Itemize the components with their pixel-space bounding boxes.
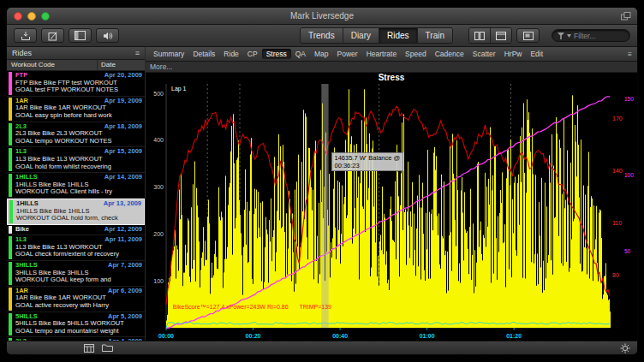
ride-date: Apr 18, 2009 (104, 123, 142, 131)
tiled-view-button[interactable] (469, 28, 491, 43)
sidebar-menu-icon[interactable]: ≡ (135, 49, 140, 57)
svg-text:01:00: 01:00 (420, 333, 435, 339)
tab-speed[interactable]: Speed (401, 49, 431, 59)
ride-list-item[interactable]: 1L3Apr 15, 20091L3 Bike Bike 1L3 WORKOUT… (7, 147, 145, 173)
list-column-headers: Workout Code Date (7, 60, 145, 71)
ride-date: Apr 11, 2009 (104, 236, 142, 244)
svg-text:80: 80 (612, 272, 619, 278)
filter-box[interactable]: Filter... (552, 29, 630, 42)
funnel-icon (558, 33, 564, 39)
svg-text:170: 170 (612, 116, 623, 122)
view-tab-trends[interactable]: Trends (301, 28, 343, 43)
traffic-lights (14, 12, 50, 21)
download-activity-button[interactable] (14, 28, 37, 43)
layout-mode-switcher (468, 27, 512, 44)
column-workout-code[interactable]: Workout Code (7, 60, 97, 70)
view-tab-diary[interactable]: Diary (343, 28, 379, 43)
ride-color-bar (9, 226, 12, 234)
svg-text:01:20: 01:20 (506, 333, 522, 339)
ride-description-line: WORKOUT GOAL hold form, check (16, 215, 141, 223)
ride-list-item[interactable]: 1ARApr 19, 20091AR Bike Bike 1AR WORKOUT… (7, 97, 145, 122)
ride-list-item[interactable]: 1ARApr 6, 20091AR Bike Bike 1AR WORKOUTG… (7, 287, 145, 312)
ride-color-bar (9, 174, 12, 197)
svg-text:100: 100 (624, 172, 634, 178)
sidebar-header[interactable]: Rides ≡ (7, 47, 145, 60)
ride-list-item[interactable]: BikeApr 12, 2009 (7, 225, 145, 236)
ride-description-line: GOAL active recovery with Harry (15, 302, 142, 310)
ride-description-line: GOAL hold form whilst recovering (15, 163, 142, 171)
ride-list-item[interactable]: 1HILLSApr 13, 20091HILLS Bike Bike 1HILL… (7, 199, 145, 225)
close-button[interactable] (14, 12, 22, 21)
app-window: Mark Liversedge TrendsDiaryRidesTrain (7, 8, 637, 354)
tab-stress[interactable]: Stress (262, 49, 291, 59)
ride-color-bar (9, 148, 12, 171)
tab-map[interactable]: Map (310, 49, 333, 59)
svg-text:200: 200 (153, 231, 164, 237)
ride-list-item[interactable]: 1L3Apr 11, 20091L3 Bike Bike 1L3 WORKOUT… (7, 235, 145, 261)
ride-description-line: WORKOUT GOAL keep form and (15, 276, 142, 284)
ride-color-bar (9, 236, 12, 259)
ride-color-bar (9, 72, 12, 95)
tab-heartrate[interactable]: Heartrate (362, 49, 401, 59)
ride-date: Apr 12, 2009 (104, 226, 142, 234)
audio-button[interactable] (96, 28, 119, 43)
window-layout-button[interactable] (516, 28, 540, 43)
titlebar[interactable]: Mark Liversedge (7, 8, 637, 25)
spaces-icon[interactable] (621, 12, 631, 21)
tab-power[interactable]: Power (333, 49, 362, 59)
svg-text:150: 150 (624, 96, 634, 102)
ride-color-bar (9, 313, 12, 336)
calendar-icon[interactable] (84, 343, 94, 353)
ride-list-item[interactable]: 3HILLSApr 7, 20093HILLS Bike Bike 3HILLS… (7, 261, 145, 287)
ride-list-item[interactable]: 5HILLSApr 5, 20095HILLS Bike Bike 5HILLS… (7, 312, 145, 338)
stress-chart-panel[interactable]: Stress 100200300400500801101401705010015… (146, 73, 637, 341)
folder-icon[interactable] (102, 343, 113, 353)
svg-text:Lap 1: Lap 1 (171, 86, 187, 92)
svg-text:140: 140 (612, 168, 623, 174)
tab-cp[interactable]: CP (243, 49, 262, 59)
tab-qa[interactable]: QA (291, 49, 310, 59)
manual-activity-button[interactable] (41, 28, 64, 43)
settings-gear-icon[interactable] (620, 343, 630, 353)
ride-color-bar (9, 200, 13, 223)
sidebar-title: Rides (12, 49, 32, 57)
tab-menu-icon[interactable]: ≡ (628, 50, 634, 58)
tabbed-view-button[interactable] (491, 28, 511, 43)
ride-date: Apr 6, 2009 (108, 288, 142, 295)
tab-hrpw[interactable]: HrPw (500, 49, 527, 59)
ride-date: Apr 14, 2009 (104, 174, 142, 181)
tab-edit[interactable]: Edit (526, 49, 547, 59)
ride-description-line: WORKOUT GOAL Client hills - try (15, 188, 142, 196)
minimize-button[interactable] (27, 12, 36, 21)
tab-details[interactable]: Details (188, 49, 219, 59)
tab-scatter[interactable]: Scatter (468, 49, 500, 59)
ride-color-bar (9, 262, 12, 285)
ride-date: Apr 19, 2009 (104, 98, 142, 105)
filter-placeholder: Filter... (574, 32, 596, 40)
chart-title: Stress (146, 73, 637, 82)
chart-tabbar: SummaryDetailsRideCPStressQAMapPowerHear… (146, 47, 637, 62)
svg-text:110: 110 (612, 220, 622, 226)
stress-chart[interactable]: 100200300400500801101401705010015000:000… (146, 73, 637, 341)
ride-list-item[interactable]: FTPApr 20, 2009FTP Bike Bike FTP test WO… (7, 71, 145, 97)
ride-description-line: GOAL test FTP WORKOUT NOTES (15, 86, 142, 94)
ride-list-item[interactable]: 1HILLSApr 14, 20091HILLS Bike Bike 1HILL… (7, 173, 145, 199)
ride-list-item[interactable]: 2L3Apr 18, 20092L3 Bike Bike 2L3 WORKOUT… (7, 122, 145, 148)
svg-text:00:40: 00:40 (332, 333, 348, 339)
zoom-button[interactable] (41, 12, 50, 21)
svg-text:TRIMP=139: TRIMP=139 (299, 304, 331, 310)
tab-ride[interactable]: Ride (219, 49, 242, 59)
sidebar-toggle-button[interactable] (69, 28, 92, 43)
ride-description-line: GOAL check form/extent of recovery (15, 251, 142, 258)
column-date[interactable]: Date (97, 60, 145, 70)
chart-tooltip: 14635.7 W' Balance @ 00:36:23 (331, 152, 404, 171)
view-tab-train[interactable]: Train (418, 28, 452, 43)
more-link[interactable]: More... (150, 62, 172, 71)
svg-text:100: 100 (153, 278, 164, 284)
ride-color-bar (9, 98, 12, 121)
svg-text:500: 500 (153, 91, 164, 97)
tab-summary[interactable]: Summary (149, 49, 188, 59)
view-tab-rides[interactable]: Rides (379, 28, 418, 43)
chevron-down-icon (567, 34, 571, 38)
tab-cadence[interactable]: Cadence (431, 49, 468, 59)
